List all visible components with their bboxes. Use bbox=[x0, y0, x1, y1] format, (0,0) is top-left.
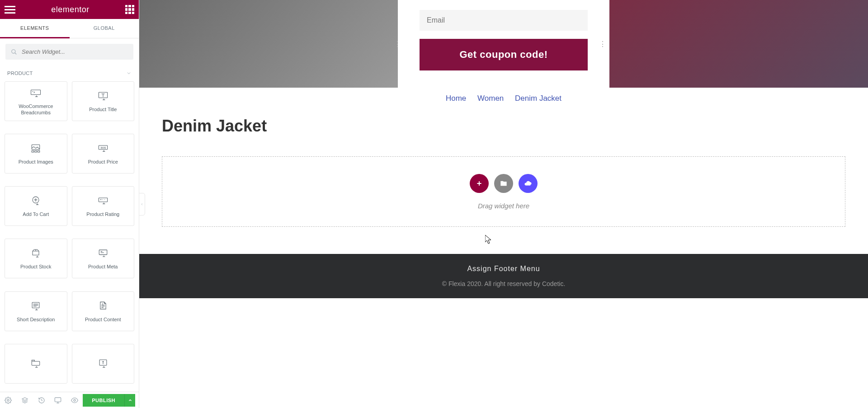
hero-form: Get coupon code! bbox=[404, 0, 603, 88]
title-icon bbox=[97, 90, 109, 103]
search-input[interactable] bbox=[5, 44, 133, 60]
cloud-icon bbox=[524, 179, 532, 188]
column-handle-left[interactable]: ⋮⋮ bbox=[398, 0, 404, 88]
widget-label: Short Description bbox=[17, 316, 55, 323]
email-input[interactable] bbox=[420, 10, 588, 31]
widget-product-rating[interactable]: Product Rating bbox=[72, 186, 135, 226]
category-label: PRODUCT bbox=[7, 70, 33, 76]
svg-point-18 bbox=[7, 399, 9, 401]
widget-label: Product Rating bbox=[86, 211, 119, 217]
meta-icon bbox=[97, 247, 109, 260]
widget-label: Product Images bbox=[19, 159, 53, 165]
cursor-icon bbox=[485, 235, 492, 244]
breadcrumb-current[interactable]: Denim Jacket bbox=[515, 94, 561, 103]
canvas[interactable]: ⋮⋮ Get coupon code! ⋮⋮ Home Women Denim … bbox=[139, 0, 868, 408]
widget-grid: WooCommerce Breadcrumbs Product Title Pr… bbox=[0, 81, 139, 392]
hero-image-right bbox=[609, 0, 868, 88]
coupon-button[interactable]: Get coupon code! bbox=[420, 39, 588, 70]
drop-zone[interactable]: Drag widget here bbox=[162, 156, 845, 227]
widget-product-stock[interactable]: Product Stock bbox=[5, 239, 67, 278]
add-section-button[interactable] bbox=[470, 174, 489, 193]
widget-product-meta[interactable]: Product Meta bbox=[72, 239, 135, 278]
ai-button[interactable] bbox=[519, 174, 538, 193]
chevron-left-icon bbox=[140, 202, 144, 207]
svg-rect-2 bbox=[31, 90, 41, 95]
tab-elements[interactable]: ELEMENTS bbox=[0, 19, 70, 38]
collapse-panel-button[interactable] bbox=[139, 193, 145, 216]
publish-button[interactable]: PUBLISH bbox=[83, 394, 124, 407]
publish-group: PUBLISH bbox=[83, 394, 135, 407]
brand-logo: elementor bbox=[51, 5, 90, 14]
tabs-icon bbox=[29, 357, 42, 370]
settings-icon[interactable] bbox=[0, 392, 17, 408]
stock-icon bbox=[29, 247, 42, 260]
svg-text:360$: 360$ bbox=[100, 146, 106, 149]
page-footer: Assign Footer Menu © Flexia 2020. All ri… bbox=[139, 254, 868, 298]
info-icon bbox=[97, 357, 109, 370]
svg-rect-11 bbox=[99, 198, 107, 202]
preview-icon[interactable] bbox=[66, 392, 83, 408]
responsive-icon[interactable] bbox=[50, 392, 66, 408]
svg-rect-12 bbox=[99, 250, 107, 255]
widget-label: Product Meta bbox=[88, 263, 118, 270]
svg-point-0 bbox=[12, 49, 15, 53]
svg-text:A: A bbox=[102, 303, 103, 305]
hamburger-icon[interactable] bbox=[5, 4, 15, 15]
drop-buttons bbox=[470, 174, 538, 193]
price-icon: 360$ bbox=[97, 142, 109, 155]
svg-rect-7 bbox=[38, 150, 40, 152]
tab-global[interactable]: GLOBAL bbox=[70, 19, 139, 38]
column-handle-right[interactable]: ⋮⋮ bbox=[603, 0, 609, 88]
navigator-icon[interactable] bbox=[17, 392, 33, 408]
plus-icon bbox=[476, 180, 483, 187]
folder-icon bbox=[500, 180, 507, 187]
apps-grid-icon[interactable] bbox=[125, 5, 134, 14]
svg-rect-5 bbox=[32, 150, 34, 152]
widget-label: Add To Cart bbox=[23, 211, 49, 217]
description-icon bbox=[29, 300, 42, 313]
widget-label: Product Title bbox=[89, 106, 117, 113]
copyright: © Flexia 2020. All right reserved by Cod… bbox=[150, 280, 857, 287]
elementor-sidebar: elementor ELEMENTS GLOBAL PRODUCT WooCom… bbox=[0, 0, 139, 408]
sidebar-footer: PUBLISH bbox=[0, 392, 139, 408]
hero-image-left bbox=[139, 0, 398, 88]
sidebar-header: elementor bbox=[0, 0, 139, 19]
widget-product-images[interactable]: Product Images bbox=[5, 134, 67, 174]
svg-point-20 bbox=[74, 399, 75, 401]
search-wrap bbox=[0, 38, 139, 65]
publish-options-button[interactable] bbox=[124, 394, 135, 407]
widget-short-description[interactable]: Short Description bbox=[5, 291, 67, 331]
widget-partial-1[interactable] bbox=[5, 344, 67, 384]
caret-up-icon bbox=[128, 398, 132, 403]
widget-label: WooCommerce Breadcrumbs bbox=[9, 103, 63, 116]
search-icon bbox=[11, 49, 17, 55]
breadcrumb: Home Women Denim Jacket bbox=[139, 88, 868, 109]
content-icon: A bbox=[97, 300, 109, 313]
product-title[interactable]: Denim Jacket bbox=[139, 109, 868, 143]
breadcrumb-icon bbox=[29, 87, 42, 99]
widget-partial-2[interactable] bbox=[72, 344, 135, 384]
svg-point-17 bbox=[103, 361, 104, 362]
add-to-cart-icon bbox=[29, 195, 42, 207]
widget-add-to-cart[interactable]: Add To Cart bbox=[5, 186, 67, 226]
widget-woocommerce-breadcrumbs[interactable]: WooCommerce Breadcrumbs bbox=[5, 81, 67, 121]
panel-tabs: ELEMENTS GLOBAL bbox=[0, 19, 139, 38]
widget-product-price[interactable]: 360$ Product Price bbox=[72, 134, 135, 174]
history-icon[interactable] bbox=[33, 392, 50, 408]
hero-section[interactable]: ⋮⋮ Get coupon code! ⋮⋮ bbox=[139, 0, 868, 88]
drop-hint: Drag widget here bbox=[478, 202, 529, 210]
chevron-down-icon bbox=[126, 70, 132, 76]
images-icon bbox=[29, 142, 42, 155]
widget-label: Product Stock bbox=[20, 263, 51, 270]
rating-icon bbox=[97, 195, 109, 207]
svg-rect-19 bbox=[55, 398, 61, 402]
svg-line-1 bbox=[15, 52, 17, 54]
template-library-button[interactable] bbox=[494, 174, 513, 193]
widget-product-title[interactable]: Product Title bbox=[72, 81, 135, 121]
breadcrumb-home[interactable]: Home bbox=[446, 94, 466, 103]
widget-product-content[interactable]: A Product Content bbox=[72, 291, 135, 331]
footer-menu[interactable]: Assign Footer Menu bbox=[150, 265, 857, 273]
category-product[interactable]: PRODUCT bbox=[0, 65, 139, 81]
svg-rect-6 bbox=[35, 150, 37, 152]
breadcrumb-women[interactable]: Women bbox=[477, 94, 504, 103]
